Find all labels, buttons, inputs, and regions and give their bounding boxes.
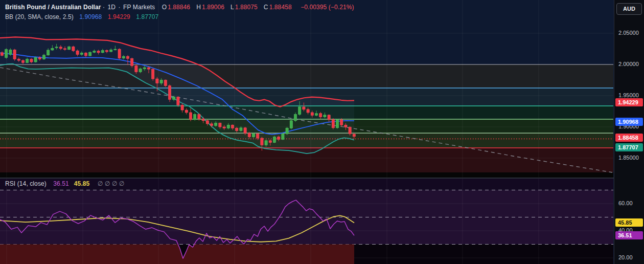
rsi-badge: 36.51 xyxy=(615,231,643,239)
ohlc-o: O1.88846 xyxy=(162,4,192,11)
price-axis-label: 2.05000 xyxy=(618,30,639,36)
price-zone xyxy=(0,172,613,178)
price-axis-label: 1.95000 xyxy=(618,92,639,98)
ohlc-values: O1.88846H1.89006L1.88075C1.88458 xyxy=(158,4,294,11)
candle xyxy=(168,84,171,102)
rsi-label: RSI (14, close) xyxy=(5,180,47,187)
price-badge: 1.88458 xyxy=(615,134,643,142)
trading-chart-window: British Pound / Australian Dollar · 1D ·… xyxy=(0,0,644,264)
bb-legend[interactable]: BB (20, SMA, close, 2.5) 1.90968 1.94229… xyxy=(5,13,159,20)
price-badge: 1.87707 xyxy=(615,143,643,151)
rsi-badge: 45.85 xyxy=(615,218,643,227)
legend-separator: · xyxy=(103,4,105,11)
candle xyxy=(332,118,334,129)
candle xyxy=(282,133,284,140)
candle xyxy=(13,49,16,61)
rsi-axis-label: 20.00 xyxy=(618,254,633,260)
bb-upper-value: 1.94229 xyxy=(108,13,130,20)
broker-label: FP Markets xyxy=(123,4,155,11)
candle xyxy=(336,119,338,129)
change-value: −0.00395 (−0.21%) xyxy=(301,4,354,11)
rsi-value: 45.85 xyxy=(74,180,90,187)
candle xyxy=(152,68,154,80)
price-axis-label: 2.00000 xyxy=(618,61,639,67)
price-badge: 1.90968 xyxy=(615,118,643,126)
price-badge: 1.94229 xyxy=(615,98,643,106)
rsi-pane[interactable] xyxy=(0,178,613,264)
rsi-legend[interactable]: RSI (14, close) 36.5145.85 ∅ ∅ ∅ ∅ xyxy=(5,180,125,187)
rsi-axis-label: 60.00 xyxy=(618,200,633,206)
candle xyxy=(273,136,275,143)
interval-label[interactable]: 1D xyxy=(108,4,116,11)
rsi-value: 36.51 xyxy=(53,180,69,187)
currency-toggle-button[interactable]: AUD xyxy=(616,3,642,15)
rsi-values: 36.5145.85 xyxy=(49,180,90,187)
ohlc-c: C1.88458 xyxy=(264,4,293,11)
price-axis-label: 1.85000 xyxy=(618,155,639,161)
candle xyxy=(164,79,167,87)
ohlc-h: H1.89006 xyxy=(196,4,225,11)
symbol-title: British Pound / Australian Dollar xyxy=(5,4,101,11)
legend-separator: · xyxy=(119,4,121,11)
price-pane[interactable] xyxy=(0,0,613,178)
candle xyxy=(5,48,8,59)
bb-label: BB (20, SMA, close, 2.5) xyxy=(5,13,74,20)
candle xyxy=(286,127,288,135)
ohlc-l: L1.88075 xyxy=(231,4,259,11)
symbol-legend[interactable]: British Pound / Australian Dollar · 1D ·… xyxy=(5,4,355,11)
chart-canvas[interactable] xyxy=(0,0,644,264)
bb-lower-value: 1.87707 xyxy=(136,13,158,20)
price-axis-panel[interactable]: AUD 2.050002.000001.950001.900001.850006… xyxy=(614,0,644,264)
candle xyxy=(118,48,121,59)
bb-basis-value: 1.90968 xyxy=(79,13,102,20)
rsi-empty-slots: ∅ ∅ ∅ ∅ xyxy=(98,180,125,187)
